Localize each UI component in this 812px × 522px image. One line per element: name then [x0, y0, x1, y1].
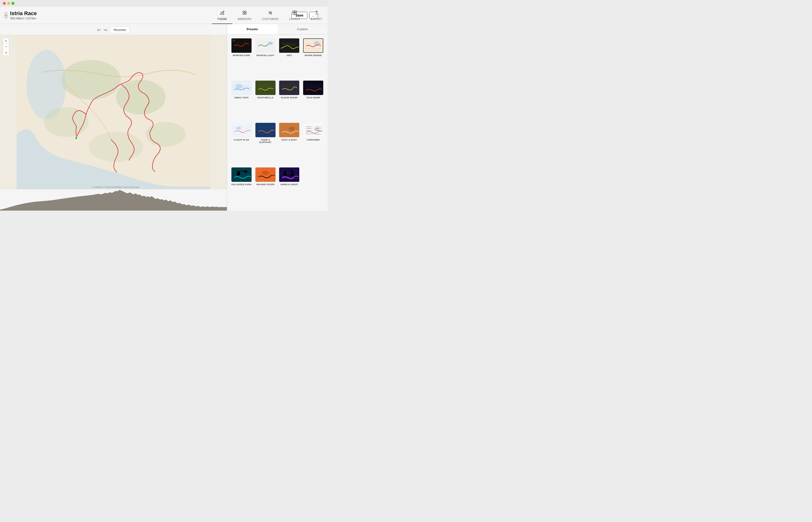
preset-thumb-tech-rider: [303, 81, 323, 95]
preset-vorhaben[interactable]: VORHABEN: [303, 123, 324, 164]
map-background: © Mapbox © OpenStreetMap Improve this ma…: [0, 35, 227, 189]
window-chrome: [0, 0, 328, 7]
preset-razor-sharp[interactable]: RAZOR SHARP: [279, 81, 300, 120]
svg-rect-10: [295, 13, 297, 15]
map-area: ↩ ↪ Recenter: [0, 24, 227, 210]
layout-label: LAYOUT: [289, 18, 300, 20]
svg-rect-4: [245, 13, 246, 14]
nav-item-theme[interactable]: THEME: [212, 7, 232, 24]
nav-item-customize[interactable]: CUSTOMIZE: [257, 7, 284, 24]
export-label: EXPORT: [311, 18, 322, 20]
header: ‹ Istria Race 300.96km • 5276m Save … TH…: [0, 7, 328, 24]
preset-thumb-grit: [279, 38, 299, 53]
svg-point-14: [116, 80, 165, 115]
svg-rect-39: [232, 168, 252, 182]
preset-flight-plan[interactable]: FLIGHT PLAN: [231, 123, 252, 164]
main-layout: ↩ ↪ Recenter: [0, 24, 328, 210]
panel-tabs: Presets Custom: [227, 24, 328, 35]
svg-rect-3: [243, 13, 244, 14]
svg-rect-9: [293, 13, 294, 15]
nav-item-export[interactable]: EXPORT: [306, 7, 328, 24]
preset-thumb-dust-rust: [279, 123, 299, 137]
svg-rect-2: [245, 11, 246, 13]
preset-label-flight-plan: FLIGHT PLAN: [234, 139, 249, 141]
preset-label-solarized-dark: SOLARIZED DARK: [231, 183, 252, 186]
tab-custom[interactable]: Custom: [277, 24, 328, 34]
map-container[interactable]: © Mapbox © OpenStreetMap Improve this ma…: [0, 35, 227, 189]
svg-rect-30: [279, 81, 299, 95]
redo-button[interactable]: ↪: [104, 27, 107, 33]
preset-thumb-mappe-monde: [303, 38, 323, 53]
window-buttons: [3, 2, 14, 5]
svg-rect-7: [293, 11, 294, 13]
svg-rect-1: [243, 11, 244, 13]
preset-orange-fever[interactable]: ORANGE FEVER: [255, 167, 276, 207]
svg-rect-35: [279, 123, 299, 137]
svg-point-18: [75, 137, 78, 139]
preset-thumb-razor-sharp: [279, 81, 299, 95]
preset-shibuya-night[interactable]: SHIBUYA NIGHT: [279, 167, 300, 207]
zoom-out-button[interactable]: −: [3, 44, 9, 49]
markers-icon: [242, 10, 247, 17]
preset-gear-brylls[interactable]: GEAR BRYLLS: [255, 81, 276, 120]
svg-rect-42: [279, 168, 299, 182]
elevation-chart: [0, 189, 227, 210]
preset-tiger-elephant[interactable]: TIGER & ELEPHANT: [255, 123, 276, 164]
preset-thumb-swiss-topo: [231, 81, 252, 95]
customize-label: CUSTOMIZE: [262, 18, 279, 20]
minimize-button[interactable]: [7, 2, 10, 5]
preset-solarized-dark[interactable]: SOLARIZED DARK: [231, 167, 252, 207]
svg-rect-37: [304, 123, 323, 137]
preset-thumb-wowtes-dark: [231, 38, 252, 53]
back-button[interactable]: ‹: [5, 12, 7, 18]
recenter-tooltip[interactable]: Recenter: [110, 26, 130, 33]
preset-thumb-tiger-elephant: [255, 123, 275, 137]
preset-thumb-solarized-dark: [231, 167, 252, 182]
map-toolbar: ↩ ↪ Recenter: [0, 24, 227, 35]
maximize-button[interactable]: [12, 2, 14, 5]
nav-item-markers[interactable]: MARKERS: [232, 7, 257, 24]
export-icon: [314, 10, 319, 17]
svg-point-28: [235, 84, 243, 89]
close-button[interactable]: [3, 2, 6, 5]
top-nav: THEME MARKERS CUSTOMIZE: [212, 7, 328, 24]
preset-label-wowtes-light: WOWTES LIGHT: [256, 54, 274, 57]
svg-point-16: [146, 122, 186, 147]
zoom-reset-button[interactable]: ⊙: [3, 49, 9, 55]
preset-label-orange-fever: ORANGE FEVER: [256, 183, 275, 186]
preset-label-swiss-topo: SWISS TOPO: [234, 97, 249, 99]
tab-presets[interactable]: Presets: [227, 24, 277, 34]
undo-button[interactable]: ↩: [97, 27, 101, 33]
preset-label-mappe-monde: MAPPE MONDE: [305, 54, 321, 57]
preset-thumb-orange-fever: [255, 167, 275, 182]
preset-wowtes-dark[interactable]: WOWTES DARK: [231, 38, 252, 78]
right-panel: Presets Custom WOWTES DARK: [227, 24, 328, 210]
preset-label-razor-sharp: RAZOR SHARP: [281, 97, 298, 99]
preset-grit[interactable]: GRIT: [279, 38, 300, 78]
svg-point-13: [61, 60, 121, 100]
theme-label: THEME: [217, 18, 227, 20]
preset-dust-rust[interactable]: DUST & RUST: [279, 123, 300, 164]
preset-thumb-shibuya-night: [279, 167, 299, 182]
layout-icon: [292, 10, 297, 17]
preset-tech-rider[interactable]: TECH RIDER: [303, 81, 324, 120]
preset-label-dust-rust: DUST & RUST: [282, 139, 297, 141]
preset-swiss-topo[interactable]: SWISS TOPO: [231, 81, 252, 120]
presets-grid: WOWTES DARK WOWTES LIGHT: [227, 35, 328, 210]
preset-label-wowtes-dark: WOWTES DARK: [233, 54, 250, 57]
svg-point-17: [88, 132, 143, 162]
markers-label: MARKERS: [238, 18, 252, 20]
preset-label-gear-brylls: GEAR BRYLLS: [257, 97, 273, 99]
svg-point-36: [289, 127, 294, 130]
theme-icon: [220, 10, 225, 17]
preset-label-grit: GRIT: [287, 54, 292, 57]
svg-rect-8: [295, 11, 297, 13]
svg-point-0: [223, 11, 224, 12]
nav-item-layout[interactable]: LAYOUT: [284, 7, 306, 24]
preset-mappe-monde[interactable]: MAPPE MONDE: [303, 38, 324, 78]
zoom-in-button[interactable]: +: [3, 38, 9, 44]
preset-wowtes-light[interactable]: WOWTES LIGHT: [255, 38, 276, 78]
preset-thumb-vorhaben: [303, 123, 323, 137]
svg-point-38: [314, 128, 319, 131]
preset-label-tech-rider: TECH RIDER: [306, 97, 320, 99]
